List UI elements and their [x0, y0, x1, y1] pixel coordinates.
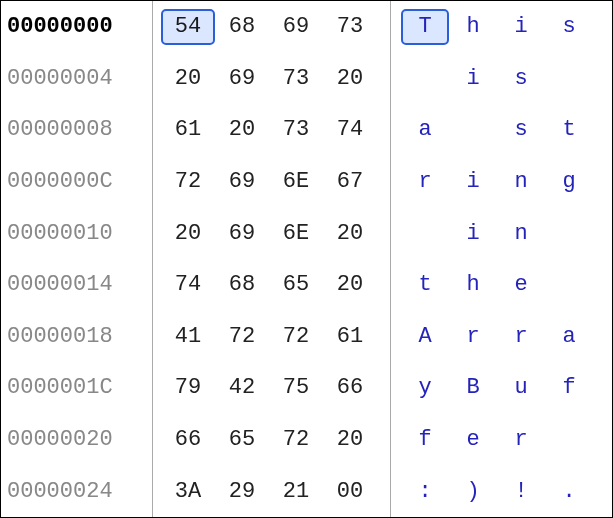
offset-cell[interactable]: 00000018 [1, 311, 153, 363]
ascii-cell[interactable] [401, 215, 449, 251]
hex-cell[interactable]: 74 [323, 112, 377, 148]
hex-viewer: 0000000054686973This0000000420697320 is … [0, 0, 613, 518]
hex-cell[interactable]: 41 [161, 318, 215, 354]
ascii-cell[interactable]: s [497, 60, 545, 96]
ascii-cell[interactable] [545, 215, 593, 251]
ascii-cell[interactable]: e [449, 422, 497, 458]
ascii-cell[interactable]: g [545, 164, 593, 200]
ascii-cell[interactable]: . [545, 473, 593, 509]
ascii-cell[interactable]: e [497, 267, 545, 303]
ascii-cell[interactable]: ! [497, 473, 545, 509]
offset-cell[interactable]: 00000010 [1, 207, 153, 259]
ascii-cell[interactable]: t [545, 112, 593, 148]
offset-cell[interactable]: 00000008 [1, 104, 153, 156]
ascii-cell[interactable]: r [401, 164, 449, 200]
hex-cell[interactable]: 74 [161, 267, 215, 303]
ascii-cell[interactable]: n [497, 164, 545, 200]
hex-cell[interactable]: 69 [215, 215, 269, 251]
hex-cell[interactable]: 42 [215, 370, 269, 406]
offset-cell[interactable]: 00000000 [1, 1, 153, 53]
hex-cell[interactable]: 69 [215, 164, 269, 200]
offset-cell[interactable]: 0000001C [1, 362, 153, 414]
hex-cell[interactable]: 20 [161, 60, 215, 96]
ascii-cell[interactable]: s [545, 9, 593, 45]
hex-cell[interactable]: 3A [161, 473, 215, 509]
ascii-cell[interactable]: ) [449, 473, 497, 509]
hex-row: 0000001841727261Arra [1, 311, 612, 363]
ascii-cell[interactable]: f [401, 422, 449, 458]
offset-cell[interactable]: 00000020 [1, 414, 153, 466]
ascii-cell[interactable]: r [497, 422, 545, 458]
offset-cell[interactable]: 00000004 [1, 53, 153, 105]
hex-cell[interactable]: 00 [323, 473, 377, 509]
ascii-cell[interactable]: T [401, 9, 449, 45]
hex-cell[interactable]: 69 [215, 60, 269, 96]
ascii-cell[interactable] [401, 60, 449, 96]
hex-row: 0000000C72696E67ring [1, 156, 612, 208]
ascii-cell[interactable]: i [449, 164, 497, 200]
hex-cell[interactable]: 72 [269, 422, 323, 458]
hex-cell[interactable]: 20 [323, 422, 377, 458]
ascii-cell[interactable]: r [449, 318, 497, 354]
hex-cell[interactable]: 66 [323, 370, 377, 406]
hex-cell[interactable]: 68 [215, 267, 269, 303]
hex-cell[interactable]: 72 [215, 318, 269, 354]
hex-cell[interactable]: 75 [269, 370, 323, 406]
ascii-cell[interactable]: n [497, 215, 545, 251]
hex-cell[interactable]: 68 [215, 9, 269, 45]
ascii-column: is [391, 53, 612, 105]
hex-column: 3A292100 [153, 465, 391, 517]
ascii-cell[interactable]: a [545, 318, 593, 354]
hex-cell[interactable]: 61 [161, 112, 215, 148]
ascii-cell[interactable]: t [401, 267, 449, 303]
hex-cell[interactable]: 67 [323, 164, 377, 200]
ascii-cell[interactable]: i [449, 60, 497, 96]
hex-cell[interactable]: 66 [161, 422, 215, 458]
hex-cell[interactable]: 79 [161, 370, 215, 406]
offset-cell[interactable]: 00000014 [1, 259, 153, 311]
hex-column: 20697320 [153, 53, 391, 105]
offset-cell[interactable]: 0000000C [1, 156, 153, 208]
hex-cell[interactable]: 54 [161, 9, 215, 45]
hex-cell[interactable]: 20 [215, 112, 269, 148]
ascii-cell[interactable] [545, 267, 593, 303]
hex-cell[interactable]: 6E [269, 215, 323, 251]
hex-cell[interactable]: 69 [269, 9, 323, 45]
hex-cell[interactable]: 65 [269, 267, 323, 303]
ascii-column: ring [391, 156, 612, 208]
hex-column: 79427566 [153, 362, 391, 414]
ascii-cell[interactable]: : [401, 473, 449, 509]
hex-cell[interactable]: 20 [161, 215, 215, 251]
hex-cell[interactable]: 21 [269, 473, 323, 509]
hex-cell[interactable]: 29 [215, 473, 269, 509]
ascii-cell[interactable]: i [449, 215, 497, 251]
ascii-cell[interactable]: a [401, 112, 449, 148]
ascii-cell[interactable]: s [497, 112, 545, 148]
offset-cell[interactable]: 00000024 [1, 465, 153, 517]
hex-cell[interactable]: 6E [269, 164, 323, 200]
hex-cell[interactable]: 73 [323, 9, 377, 45]
ascii-column: yBuf [391, 362, 612, 414]
hex-cell[interactable]: 72 [269, 318, 323, 354]
ascii-cell[interactable]: r [497, 318, 545, 354]
hex-cell[interactable]: 73 [269, 60, 323, 96]
ascii-cell[interactable]: A [401, 318, 449, 354]
ascii-cell[interactable]: u [497, 370, 545, 406]
ascii-cell[interactable]: h [449, 267, 497, 303]
hex-cell[interactable]: 61 [323, 318, 377, 354]
hex-cell[interactable]: 72 [161, 164, 215, 200]
ascii-cell[interactable] [449, 112, 497, 148]
hex-cell[interactable]: 65 [215, 422, 269, 458]
ascii-cell[interactable]: y [401, 370, 449, 406]
hex-cell[interactable]: 20 [323, 60, 377, 96]
hex-cell[interactable]: 20 [323, 267, 377, 303]
hex-cell[interactable]: 20 [323, 215, 377, 251]
ascii-column: in [391, 207, 612, 259]
ascii-cell[interactable] [545, 422, 593, 458]
ascii-cell[interactable]: B [449, 370, 497, 406]
ascii-cell[interactable]: i [497, 9, 545, 45]
ascii-cell[interactable]: f [545, 370, 593, 406]
ascii-cell[interactable] [545, 60, 593, 96]
hex-cell[interactable]: 73 [269, 112, 323, 148]
ascii-cell[interactable]: h [449, 9, 497, 45]
